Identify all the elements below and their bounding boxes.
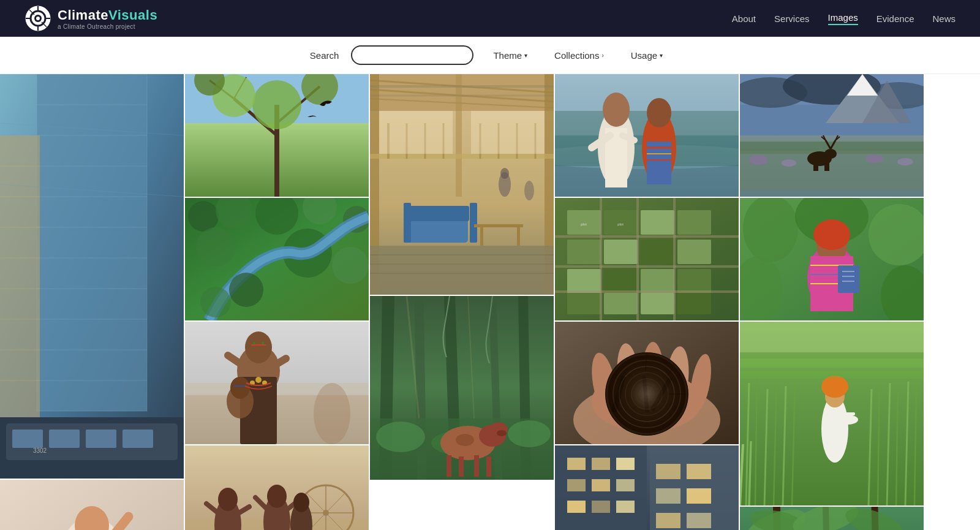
svg-rect-192	[567, 293, 601, 314]
nav-services[interactable]: Services	[774, 13, 810, 24]
svg-rect-188	[567, 269, 601, 293]
svg-rect-189	[604, 269, 638, 293]
svg-rect-233	[592, 479, 610, 491]
svg-rect-234	[616, 479, 635, 491]
photo-woman-plants[interactable]	[740, 198, 924, 320]
photo-african-dancers[interactable]	[185, 445, 369, 530]
nav-about[interactable]: About	[732, 13, 756, 24]
svg-point-56	[252, 80, 301, 129]
svg-rect-129	[405, 206, 469, 221]
usage-menu[interactable]: Usage ▾	[624, 47, 670, 64]
logo-icon	[24, 5, 51, 32]
svg-point-68	[332, 247, 369, 284]
svg-point-149	[376, 422, 425, 452]
svg-text:plot: plot	[617, 222, 624, 226]
svg-point-277	[743, 198, 798, 262]
theme-menu[interactable]: Theme ▾	[486, 47, 535, 64]
rice-field-img	[740, 322, 924, 505]
svg-point-78	[262, 342, 264, 344]
usage-chevron: ▾	[660, 52, 663, 59]
svg-point-75	[245, 331, 272, 363]
svg-point-82	[255, 377, 262, 383]
search-label: Search	[310, 50, 339, 61]
logo-area[interactable]: ClimateVisuals a Climate Outreach projec…	[24, 5, 157, 32]
theme-chevron: ▾	[524, 52, 527, 59]
svg-rect-132	[474, 224, 523, 227]
svg-rect-182	[641, 210, 674, 235]
forest-cow-img	[370, 296, 554, 480]
svg-rect-114	[456, 74, 462, 197]
two-people-img	[555, 74, 739, 197]
photo-tropical-person[interactable]	[740, 507, 924, 530]
photo-rice-field[interactable]	[740, 322, 924, 505]
photo-urban-building[interactable]: 3302	[0, 74, 184, 479]
svg-rect-138	[379, 111, 453, 154]
photo-student[interactable]	[0, 480, 184, 530]
svg-rect-314	[740, 371, 924, 378]
photo-two-people[interactable]	[555, 74, 739, 197]
photo-garden-aerial[interactable]: plot plot	[555, 198, 739, 320]
photo-indigenous-woman[interactable]	[185, 322, 369, 444]
gallery-col-1: 3302	[0, 74, 184, 530]
svg-rect-230	[592, 458, 610, 470]
svg-rect-134	[517, 227, 520, 246]
svg-point-70	[200, 287, 231, 317]
svg-rect-33	[49, 430, 80, 448]
svg-rect-190	[641, 269, 674, 293]
african-dancers-img	[185, 445, 369, 530]
mountain-lake-img	[740, 74, 924, 197]
gallery-col-5	[740, 74, 924, 530]
svg-point-77	[253, 342, 255, 344]
svg-rect-236	[592, 501, 610, 513]
gallery: 3302	[0, 74, 980, 530]
svg-rect-184	[567, 240, 601, 264]
svg-point-284	[813, 219, 850, 250]
city-arch-img	[555, 445, 739, 530]
svg-rect-186	[641, 240, 674, 264]
nav-news[interactable]: News	[932, 13, 956, 24]
search-input[interactable]	[351, 45, 473, 65]
svg-point-265	[897, 158, 913, 165]
svg-point-66	[196, 227, 235, 267]
svg-point-69	[229, 273, 263, 307]
svg-point-262	[749, 155, 767, 165]
svg-point-310	[821, 376, 848, 398]
svg-rect-191	[677, 269, 711, 293]
photo-city-arch[interactable]	[555, 445, 739, 530]
svg-rect-133	[480, 227, 483, 246]
collections-menu[interactable]: Collections ›	[547, 47, 611, 64]
photo-interior[interactable]	[370, 74, 554, 295]
navbar: ClimateVisuals a Climate Outreach projec…	[0, 0, 980, 37]
svg-rect-239	[687, 464, 711, 479]
svg-rect-32	[12, 430, 43, 448]
svg-rect-243	[687, 513, 711, 528]
photo-forest-cow[interactable]	[370, 296, 554, 480]
photo-aerial-forest[interactable]	[185, 198, 369, 320]
svg-rect-9	[37, 74, 147, 411]
indigenous-woman-img	[185, 322, 369, 444]
svg-rect-157	[486, 456, 491, 477]
svg-point-151	[508, 420, 551, 447]
nav-links: About Services Images Evidence News	[732, 12, 956, 25]
svg-point-92	[218, 488, 238, 511]
photo-mountain-lake[interactable]	[740, 74, 924, 197]
svg-rect-235	[567, 501, 586, 513]
photo-trees[interactable]	[185, 74, 369, 197]
collections-chevron: ›	[601, 52, 603, 59]
garden-aerial-img: plot plot	[555, 198, 739, 320]
svg-rect-139	[471, 111, 545, 154]
svg-point-311	[836, 415, 858, 425]
trees-img	[185, 74, 369, 197]
svg-point-88	[314, 383, 350, 444]
svg-point-269	[824, 149, 837, 159]
nav-evidence[interactable]: Evidence	[876, 13, 914, 24]
svg-point-263	[782, 159, 796, 167]
svg-point-106	[293, 493, 309, 512]
svg-rect-156	[474, 455, 479, 477]
svg-rect-193	[604, 293, 638, 314]
photo-charred-ring[interactable]	[555, 322, 739, 444]
nav-images[interactable]: Images	[828, 12, 858, 25]
svg-rect-34	[86, 430, 116, 448]
svg-rect-268	[824, 159, 829, 171]
svg-rect-241	[687, 488, 711, 504]
